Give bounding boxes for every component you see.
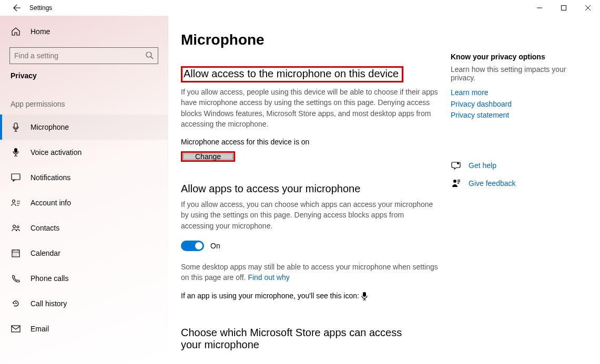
group-label: App permissions [0, 100, 168, 108]
home-icon [11, 26, 21, 37]
change-button[interactable]: Change [183, 153, 233, 160]
desktop-note: Some desktop apps may still be able to a… [181, 262, 438, 283]
svg-point-11 [457, 162, 459, 164]
svg-rect-10 [363, 292, 366, 297]
search-input-wrapper[interactable] [9, 47, 158, 64]
close-button[interactable] [576, 0, 600, 16]
svg-point-12 [453, 180, 456, 183]
window-title: Settings [29, 4, 52, 12]
sidebar-item-contacts[interactable]: Contacts [0, 215, 168, 241]
privacy-options-description: Learn how this setting impacts your priv… [451, 65, 587, 82]
svg-rect-3 [14, 148, 17, 153]
maximize-button[interactable] [552, 0, 576, 16]
privacy-statement-link[interactable]: Privacy statement [451, 110, 587, 121]
arrow-left-icon [13, 4, 21, 12]
sidebar-item-label: Calendar [30, 249, 60, 257]
find-out-why-link[interactable]: Find out why [248, 273, 289, 282]
minimize-button[interactable] [527, 0, 552, 16]
app-access-toggle[interactable] [181, 241, 204, 251]
sidebar-item-notifications[interactable]: Notifications [0, 165, 168, 190]
notifications-icon [11, 172, 21, 183]
sidebar-item-account-info[interactable]: Account info [0, 190, 168, 215]
get-help-link[interactable]: Get help [451, 160, 587, 171]
usage-indicator-line: If an app is using your microphone, you'… [181, 292, 438, 300]
sidebar-item-call-history[interactable]: Call history [0, 291, 168, 316]
device-access-status: Microphone access for this device is on [181, 138, 438, 146]
section-description: If you allow access, people using this d… [181, 87, 438, 129]
calendar-icon [11, 248, 21, 258]
section-heading-app-access: Allow apps to access your microphone [181, 183, 360, 195]
sidebar-item-label: Email [30, 325, 49, 333]
history-icon [11, 298, 21, 309]
main-content: Microphone Allow access to the microphon… [181, 32, 438, 364]
section-description: If you allow access, you can choose whic… [181, 199, 438, 231]
section-heading-device-access: Allow access to the microphone on this d… [181, 66, 403, 82]
contacts-icon [11, 223, 21, 233]
toggle-state-label: On [210, 242, 220, 250]
sidebar-item-label: Call history [30, 299, 67, 308]
sidebar-item-microphone[interactable]: Microphone [0, 115, 168, 140]
home-nav[interactable]: Home [0, 21, 168, 42]
microphone-icon [11, 122, 21, 132]
svg-rect-0 [562, 6, 566, 11]
sidebar-item-phone-calls[interactable]: Phone calls [0, 266, 168, 291]
section-heading-store-apps: Choose which Microsoft Store apps can ac… [181, 327, 407, 351]
help-icon [451, 160, 461, 171]
sidebar-item-voice-activation[interactable]: Voice activation [0, 140, 168, 165]
email-icon [11, 324, 21, 334]
search-input[interactable] [14, 51, 154, 60]
sidebar-item-label: Microphone [30, 123, 69, 131]
settings-category: Privacy [0, 71, 168, 80]
change-button-highlight: Change [181, 151, 235, 162]
learn-more-link[interactable]: Learn more [451, 87, 587, 99]
sidebar-item-label: Voice activation [30, 148, 82, 157]
sidebar-item-label: Notifications [30, 173, 70, 182]
sidebar: Home Privacy App permissions Microphone … [0, 16, 168, 364]
search-icon [145, 51, 154, 59]
microphone-indicator-icon [361, 292, 368, 300]
svg-point-7 [17, 226, 19, 228]
titlebar: Settings [0, 0, 600, 16]
svg-point-6 [13, 225, 16, 228]
svg-point-1 [146, 52, 151, 57]
sidebar-item-label: Contacts [30, 224, 59, 232]
feedback-icon [451, 178, 461, 189]
sidebar-item-calendar[interactable]: Calendar [0, 241, 168, 266]
svg-point-5 [13, 200, 15, 203]
voice-icon [11, 147, 21, 158]
back-button[interactable] [11, 2, 23, 14]
feedback-link[interactable]: Give feedback [451, 178, 587, 189]
svg-rect-2 [14, 123, 17, 128]
sidebar-item-email[interactable]: Email [0, 316, 168, 341]
page-title: Microphone [181, 32, 438, 48]
home-label: Home [30, 27, 50, 36]
svg-rect-9 [12, 326, 20, 332]
right-column: Know your privacy options Learn how this… [451, 32, 587, 364]
privacy-dashboard-link[interactable]: Privacy dashboard [451, 99, 587, 110]
privacy-options-heading: Know your privacy options [451, 53, 587, 61]
account-icon [11, 197, 21, 208]
svg-rect-4 [12, 174, 20, 180]
sidebar-item-label: Account info [30, 199, 71, 207]
phone-icon [11, 273, 21, 284]
sidebar-item-label: Phone calls [30, 274, 68, 283]
